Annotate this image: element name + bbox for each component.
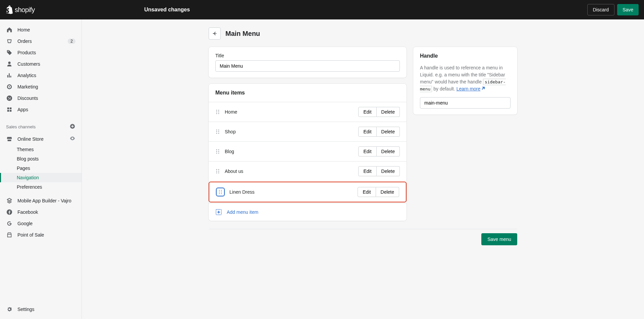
- page-header: Main Menu: [209, 27, 517, 40]
- menu-item-row: Blog Edit Delete: [209, 141, 407, 161]
- sales-channels-header: Sales channels: [0, 121, 82, 133]
- menu-item-label: About us: [225, 169, 354, 174]
- handle-card: Handle A handle is used to reference a m…: [413, 47, 517, 115]
- delete-button[interactable]: Delete: [377, 127, 400, 137]
- add-menu-item-button[interactable]: Add menu item: [209, 203, 407, 221]
- sidebar-sub-blog-posts[interactable]: Blog posts: [0, 154, 82, 164]
- sidebar-label: Discounts: [17, 95, 38, 101]
- delete-button[interactable]: Delete: [377, 107, 400, 117]
- page-title: Main Menu: [225, 30, 260, 38]
- sidebar-item-apps[interactable]: Apps: [0, 104, 82, 115]
- orders-icon: [6, 38, 13, 45]
- sidebar-item-facebook[interactable]: Facebook: [0, 206, 82, 218]
- sidebar-label: Facebook: [17, 209, 38, 215]
- drag-handle-icon[interactable]: [215, 110, 220, 114]
- sidebar-item-orders[interactable]: Orders 2: [0, 36, 82, 47]
- learn-more-link[interactable]: Learn more: [457, 86, 485, 91]
- sidebar-label: Point of Sale: [17, 232, 44, 238]
- gear-icon: [6, 306, 13, 313]
- svg-point-13: [218, 133, 219, 134]
- drag-handle-icon[interactable]: [215, 149, 220, 154]
- shopify-bag-icon: [5, 5, 13, 14]
- analytics-icon: [6, 72, 13, 79]
- svg-point-28: [219, 192, 220, 193]
- svg-point-14: [216, 149, 217, 150]
- edit-button[interactable]: Edit: [358, 107, 376, 117]
- sidebar-sub-navigation[interactable]: Navigation: [0, 173, 82, 182]
- edit-button[interactable]: Edit: [358, 127, 376, 137]
- home-icon: [6, 26, 13, 33]
- sidebar-item-settings[interactable]: Settings: [0, 304, 82, 315]
- svg-point-26: [219, 190, 220, 191]
- pos-icon: [6, 232, 13, 238]
- back-button[interactable]: [209, 27, 221, 40]
- sidebar-sub-themes[interactable]: Themes: [0, 145, 82, 154]
- save-button[interactable]: Save: [617, 4, 639, 15]
- svg-point-25: [218, 173, 219, 174]
- handle-input[interactable]: [420, 97, 511, 109]
- sidebar-item-discounts[interactable]: Discounts: [0, 92, 82, 104]
- edit-button[interactable]: Edit: [358, 187, 376, 197]
- external-link-icon: [481, 85, 485, 89]
- svg-point-3: [218, 110, 219, 111]
- mobile-icon: [6, 197, 13, 204]
- sidebar-item-home[interactable]: Home: [0, 24, 82, 36]
- menu-item-row: About us Edit Delete: [209, 161, 407, 181]
- add-menu-item-label: Add menu item: [227, 209, 258, 215]
- title-input[interactable]: [215, 60, 400, 72]
- view-store-icon[interactable]: [69, 135, 75, 142]
- discard-button[interactable]: Discard: [587, 4, 614, 15]
- svg-point-20: [216, 169, 217, 170]
- unsaved-changes-label: Unsaved changes: [144, 7, 190, 13]
- apps-icon: [6, 106, 13, 113]
- add-channel-icon[interactable]: [69, 123, 75, 130]
- edit-button[interactable]: Edit: [358, 146, 376, 156]
- delete-button[interactable]: Delete: [377, 146, 400, 156]
- title-label: Title: [215, 53, 400, 58]
- sidebar-item-customers[interactable]: Customers: [0, 58, 82, 70]
- menu-item-label: Linen Dress: [229, 189, 353, 195]
- sidebar-item-pos[interactable]: Point of Sale: [0, 229, 82, 241]
- sidebar-item-mobile-app-builder[interactable]: Mobile App Builder - Vajro: [0, 195, 82, 206]
- person-icon: [6, 61, 13, 67]
- svg-point-16: [216, 151, 217, 152]
- svg-point-29: [221, 192, 222, 193]
- svg-point-24: [216, 173, 217, 174]
- brand-text: shopify: [15, 6, 35, 14]
- svg-point-30: [219, 193, 220, 194]
- svg-point-5: [218, 112, 219, 113]
- sidebar-label: Apps: [17, 107, 28, 112]
- svg-point-9: [218, 130, 219, 131]
- save-menu-button[interactable]: Save menu: [481, 233, 517, 245]
- sidebar-item-online-store[interactable]: Online Store: [0, 133, 82, 145]
- svg-point-17: [218, 151, 219, 152]
- delete-button[interactable]: Delete: [377, 166, 400, 176]
- menu-item-label: Blog: [225, 149, 354, 154]
- menu-item-label: Shop: [225, 129, 354, 134]
- drag-handle-icon[interactable]: [216, 188, 225, 196]
- svg-point-21: [218, 169, 219, 170]
- edit-button[interactable]: Edit: [358, 166, 376, 176]
- svg-point-23: [218, 171, 219, 172]
- sidebar-item-marketing[interactable]: Marketing: [0, 81, 82, 92]
- sidebar-item-products[interactable]: Products: [0, 47, 82, 58]
- sidebar-item-google[interactable]: Google: [0, 218, 82, 229]
- svg-point-4: [216, 112, 217, 113]
- menu-items-title: Menu items: [209, 84, 407, 102]
- svg-point-15: [218, 149, 219, 150]
- menu-item-row: Shop Edit Delete: [209, 122, 407, 141]
- shopify-logo[interactable]: shopify: [5, 5, 35, 14]
- svg-point-19: [218, 153, 219, 154]
- sidebar-label: Google: [17, 221, 33, 226]
- svg-point-8: [216, 130, 217, 131]
- sidebar-item-analytics[interactable]: Analytics: [0, 70, 82, 81]
- delete-button[interactable]: Delete: [376, 187, 399, 197]
- sidebar-sub-preferences[interactable]: Preferences: [0, 182, 82, 192]
- svg-point-22: [216, 171, 217, 172]
- orders-badge: 2: [68, 39, 75, 44]
- sidebar-label: Customers: [17, 61, 40, 67]
- sidebar-sub-pages[interactable]: Pages: [0, 164, 82, 173]
- sidebar-label: Products: [17, 50, 36, 55]
- drag-handle-icon[interactable]: [215, 129, 220, 134]
- drag-handle-icon[interactable]: [215, 169, 220, 174]
